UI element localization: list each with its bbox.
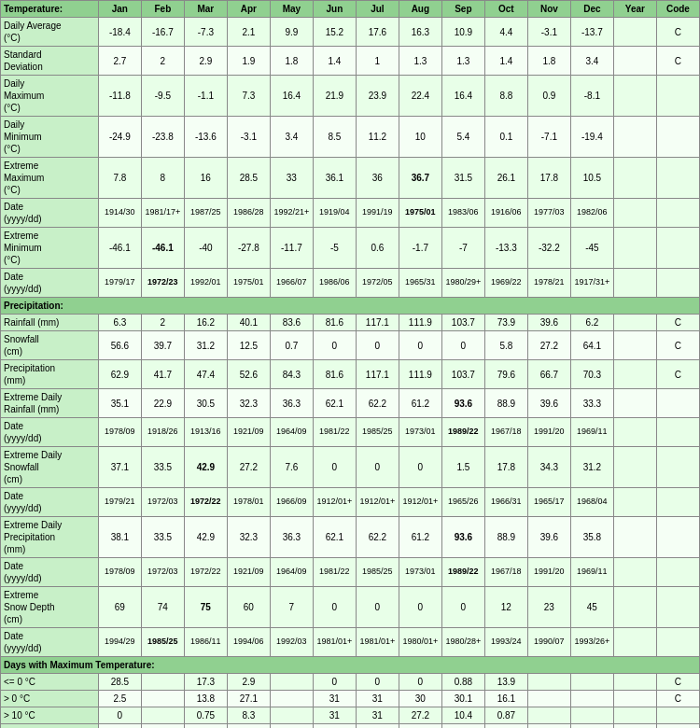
data-cell: 23.9 bbox=[356, 76, 399, 117]
data-cell: 2 bbox=[141, 47, 184, 76]
data-cell bbox=[656, 389, 699, 418]
row-label: Extreme Maximum (°C) bbox=[1, 158, 99, 199]
data-cell: 31.2 bbox=[570, 447, 613, 488]
table-row: Extreme Daily Rainfall (mm)35.122.930.53… bbox=[1, 389, 700, 418]
data-cell bbox=[613, 315, 656, 331]
data-cell: 1992/03 bbox=[270, 628, 313, 657]
col-header-year: Year bbox=[613, 1, 656, 18]
data-cell: C bbox=[656, 360, 699, 389]
data-cell bbox=[656, 199, 699, 228]
data-cell: 17.8 bbox=[484, 447, 527, 488]
data-cell: 21.1 bbox=[356, 724, 399, 729]
data-cell bbox=[613, 76, 656, 117]
data-cell: 10.4 bbox=[441, 707, 484, 724]
data-cell bbox=[141, 707, 184, 724]
data-cell: -7.1 bbox=[527, 117, 570, 158]
data-cell bbox=[613, 517, 656, 558]
data-cell: 0 bbox=[399, 674, 441, 691]
data-cell: 2.9 bbox=[184, 47, 227, 76]
section-header-cell: Days with Maximum Temperature: bbox=[1, 657, 700, 674]
data-cell: 31.2 bbox=[184, 331, 227, 360]
data-cell: 16.4 bbox=[441, 76, 484, 117]
data-cell: 1.4 bbox=[313, 47, 356, 76]
data-cell: 0.7 bbox=[270, 331, 313, 360]
col-header-jan: Jan bbox=[98, 1, 141, 18]
data-cell bbox=[613, 418, 656, 447]
row-label: Date (yyyy/dd) bbox=[1, 199, 99, 228]
data-cell: 1912/01+ bbox=[356, 488, 399, 517]
data-cell: 39.6 bbox=[527, 315, 570, 331]
data-cell: 11.2 bbox=[356, 117, 399, 158]
data-cell bbox=[270, 674, 313, 691]
section-header-cell: Precipitation: bbox=[1, 298, 700, 315]
data-cell: 39.6 bbox=[527, 517, 570, 558]
data-cell: 3.4 bbox=[270, 117, 313, 158]
data-cell: 1991/19 bbox=[356, 199, 399, 228]
data-cell: 30.5 bbox=[184, 389, 227, 418]
col-header-may: May bbox=[270, 1, 313, 18]
table-row: Date (yyyy/dd)1914/301981/17+1987/251986… bbox=[1, 199, 700, 228]
data-cell: 93.6 bbox=[441, 517, 484, 558]
col-header-sep: Sep bbox=[441, 1, 484, 18]
data-cell: 75 bbox=[184, 587, 227, 628]
data-cell: 1969/11 bbox=[570, 418, 613, 447]
data-cell: 36 bbox=[356, 158, 399, 199]
row-label: Precipitation (mm) bbox=[1, 360, 99, 389]
data-cell: 31.5 bbox=[441, 158, 484, 199]
data-cell: 33 bbox=[270, 158, 313, 199]
data-cell: 81.6 bbox=[313, 315, 356, 331]
data-cell: 117.1 bbox=[356, 360, 399, 389]
data-cell: 6.2 bbox=[570, 315, 613, 331]
table-row: Extreme Maximum (°C)7.881628.53336.13636… bbox=[1, 158, 700, 199]
data-cell bbox=[656, 707, 699, 724]
data-cell: 35.1 bbox=[98, 389, 141, 418]
data-cell bbox=[613, 707, 656, 724]
data-cell: -1.7 bbox=[399, 228, 441, 269]
data-cell: -23.8 bbox=[141, 117, 184, 158]
data-cell: 10 bbox=[399, 117, 441, 158]
row-label: Rainfall (mm) bbox=[1, 315, 99, 331]
data-cell bbox=[613, 724, 656, 729]
data-cell: 27.2 bbox=[527, 331, 570, 360]
data-cell: 7.3 bbox=[227, 76, 270, 117]
data-cell: 17.8 bbox=[527, 158, 570, 199]
data-cell: 1967/18 bbox=[484, 418, 527, 447]
data-cell: 1983/06 bbox=[441, 199, 484, 228]
row-label: Extreme Daily Rainfall (mm) bbox=[1, 389, 99, 418]
row-label: Daily Average (°C) bbox=[1, 18, 99, 47]
data-cell: -8.1 bbox=[570, 76, 613, 117]
table-row: Precipitation: bbox=[1, 298, 700, 315]
data-cell: 16.2 bbox=[184, 315, 227, 331]
data-cell: 2.7 bbox=[98, 47, 141, 76]
table-row: Extreme Minimum (°C)-46.1-46.1-40-27.8-1… bbox=[1, 228, 700, 269]
row-label: > 10 °C bbox=[1, 707, 99, 724]
data-cell: 35.8 bbox=[570, 517, 613, 558]
data-cell: 39.7 bbox=[141, 331, 184, 360]
data-cell bbox=[656, 724, 699, 729]
data-cell: 111.9 bbox=[399, 315, 441, 331]
table-row: Daily Maximum (°C)-11.8-9.5-1.17.316.421… bbox=[1, 76, 700, 117]
data-cell: 1972/22 bbox=[184, 488, 227, 517]
data-cell: 12 bbox=[484, 587, 527, 628]
data-cell: 61.2 bbox=[399, 517, 441, 558]
data-cell: 1981/22 bbox=[313, 418, 356, 447]
data-cell bbox=[613, 18, 656, 47]
data-cell bbox=[613, 447, 656, 488]
data-cell: 31 bbox=[313, 707, 356, 724]
data-cell: 1.8 bbox=[270, 47, 313, 76]
data-cell: 0 bbox=[399, 331, 441, 360]
data-cell: 1985/25 bbox=[356, 418, 399, 447]
table-row: > 10 °C00.758.3313127.210.40.87 bbox=[1, 707, 700, 724]
data-cell bbox=[613, 691, 656, 707]
col-header-apr: Apr bbox=[227, 1, 270, 18]
data-cell: 28.5 bbox=[98, 674, 141, 691]
data-cell bbox=[656, 447, 699, 488]
data-cell: 62.1 bbox=[313, 517, 356, 558]
data-cell bbox=[656, 158, 699, 199]
data-cell: 0.81 bbox=[227, 724, 270, 729]
data-cell: 31 bbox=[356, 691, 399, 707]
data-cell: 45 bbox=[570, 587, 613, 628]
data-cell: 1980/28+ bbox=[441, 628, 484, 657]
data-cell: 0 bbox=[313, 331, 356, 360]
data-cell: 33.5 bbox=[141, 517, 184, 558]
